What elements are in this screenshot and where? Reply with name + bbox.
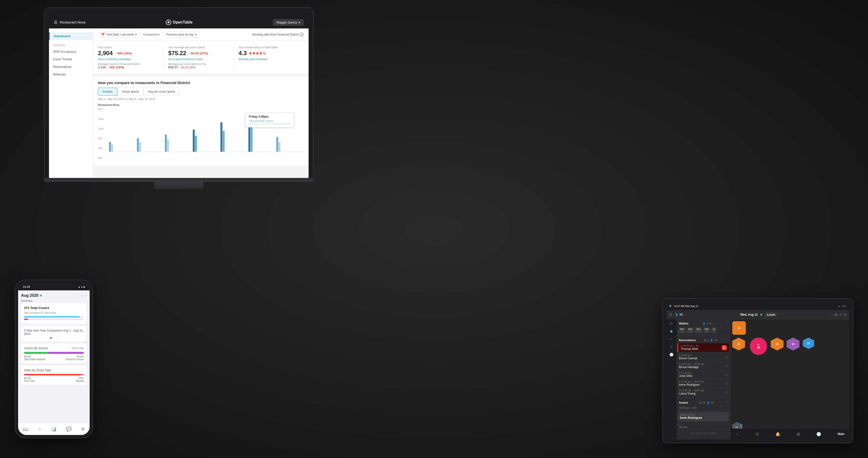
metrics-row: Your covers 2,904 ↑ 486 (19%) Start a ma… — [93, 41, 309, 74]
covers-link[interactable]: Start a marketing campaign — [98, 58, 158, 61]
user-menu[interactable]: Maggie Garcia ▾ — [273, 19, 304, 26]
tablet-bottom-bar: ← ⊡ 🔔 ⊞ 🕐 Main — [731, 429, 849, 439]
waitlist-expand-icon[interactable]: ⌃ — [725, 322, 728, 325]
guest-labels: 94.2% First Time 5.8% Repeat — [24, 377, 84, 382]
tablet-status-right: ▲ 12% — [838, 305, 846, 308]
source-green-bar — [24, 352, 48, 354]
res-june-icon: ◇ — [725, 373, 728, 376]
info-icon[interactable]: ℹ — [300, 33, 304, 36]
table-32[interactable]: ✚ 32 — [750, 338, 767, 355]
menu-icon[interactable]: ☰ — [669, 313, 672, 316]
covers-sub-change: ↑ 200 (14%) — [107, 65, 124, 69]
phone-tab-chat[interactable]: 💬 — [66, 426, 71, 432]
metric-rating-value: 4.3 ★★★★½ — [239, 50, 299, 57]
grid-icon[interactable]: ⊞ — [835, 313, 838, 316]
comparison-pill[interactable]: Previous year by day ▾ — [163, 31, 200, 38]
seated-item[interactable]: 10:36 am – 12m — [677, 405, 730, 411]
date-filter-pill[interactable]: 📅 Visit Date: Last week ▾ — [98, 31, 140, 38]
sidebar-item-cover-trends[interactable]: Cover Trends — [49, 55, 93, 63]
nav-prev-icon[interactable]: ‹ — [685, 313, 686, 316]
table-25[interactable]: 25 — [732, 338, 745, 350]
bar-wed-2 — [167, 140, 169, 152]
sidebar-item-dashboard[interactable]: Dashboard — [49, 32, 93, 40]
bar-sun-2 — [278, 142, 280, 152]
table-15[interactable]: 15 — [732, 321, 746, 335]
sidebar-settings-icon[interactable]: ⚙ — [670, 345, 673, 349]
chart-bar-wed — [165, 134, 192, 152]
res-irene-name: Irene Rodriguez — [679, 383, 704, 387]
tab-guest-spend[interactable]: Guest spend — [117, 88, 143, 96]
table-43-label: 43 — [776, 343, 778, 345]
seated-count1: 29 — [703, 401, 705, 404]
nav-next-icon[interactable]: › — [832, 313, 833, 316]
seated-expand-icon[interactable]: ⌃ — [725, 401, 728, 404]
tablet-search-icon: 🔍 — [669, 305, 672, 308]
seated-count2: 68 — [711, 401, 714, 404]
res-item-bruce-c[interactable]: 2 11:45 am Bruce Cuevas ◇ — [677, 353, 730, 362]
sidebar-clock-icon[interactable]: 🕐 — [670, 353, 674, 357]
restaurant-label: Restaurant Nova — [98, 103, 304, 106]
wait-time-5: 1h 5 — [711, 327, 717, 333]
table-43[interactable]: 43 — [771, 338, 783, 350]
rating-stars: ★★★★½ — [249, 51, 266, 56]
wait-time-val: 45m — [680, 328, 684, 330]
res-item-irene[interactable]: 4 11:45 am – 10:47 am Irene Rodriguez ◇ — [677, 379, 730, 388]
res-item-laura[interactable]: 3 12:00 pm – 10:47 am Laura Young ◇ — [677, 388, 730, 397]
sidebar-list-icon[interactable]: ≡ — [670, 337, 672, 341]
logo-text: OpenTable — [173, 20, 193, 25]
sidebar-item-shift-occupancy[interactable]: Shift Occupancy — [49, 48, 93, 55]
chart-y-labels: 8am 10am 12pm 2pm 4pm 6pm — [98, 108, 104, 162]
metric-rating: Your overall rating on OpenTable 4.3 ★★★… — [234, 46, 304, 69]
source-title: Covers By Source Upcoming — [24, 346, 84, 350]
laptop-stand — [154, 182, 203, 189]
table-c6[interactable]: C6 — [803, 338, 814, 349]
list-icon[interactable]: ≡ — [840, 313, 841, 316]
phone-tab-book[interactable]: 📖 — [23, 426, 28, 432]
phone-nav-next[interactable]: › — [86, 294, 87, 298]
back-icon[interactable]: ← — [735, 432, 739, 436]
res-item-june[interactable]: 6 11:45 am June Ortiz ◇ — [677, 370, 730, 379]
metric-covers-value: 2,904 ↑ 486 (19%) — [98, 50, 158, 57]
res-count1: 6 — [707, 339, 709, 342]
home-icon[interactable]: ⊡ — [755, 432, 759, 436]
app-header-left: ☰ Restaurant Nova — [54, 20, 86, 25]
tablet-status-bar: 🔍 10:47 AM Wed Aug 12 ▲ 12% — [666, 302, 849, 310]
wait-time-4: 45m 4 — [703, 327, 711, 333]
tablet-battery: 12% — [841, 305, 846, 308]
scene: ☰ Restaurant Nova OpenTable Maggie Garci… — [0, 0, 868, 458]
res-item-thomas[interactable]: 4 10:44 am – 4m Thomas Mink 32 — [678, 343, 729, 352]
tablet-wifi-icon: ▲ — [838, 305, 840, 308]
phone-nav: ‹ › — [82, 294, 87, 298]
source-purple-bar — [48, 352, 84, 354]
rating-link[interactable]: Manage guest feedback — [239, 58, 299, 61]
y-label-2pm: 2pm — [98, 137, 104, 140]
phone-tab-star[interactable]: ☆ — [38, 426, 42, 432]
tab-avg-spend[interactable]: Avg per-cover spend — [143, 88, 180, 96]
meal-button[interactable]: Lunch — [765, 312, 778, 317]
seated-section: Seated ⊞ 29 👤 68 ⌃ 10:36 am – 1 — [677, 398, 730, 424]
clock-icon[interactable]: 🕐 — [816, 432, 821, 436]
wait-time-val-3: 45m — [696, 328, 701, 330]
today-highlight[interactable]: Today 11:45 am Irene Rodriguez — [678, 412, 728, 422]
sidebar-plan-icon[interactable]: ◉ — [670, 329, 673, 333]
table-54[interactable]: 54 — [787, 338, 799, 350]
res-expand-icon[interactable]: ⌃ — [725, 338, 728, 342]
bell-icon[interactable]: 🔔 — [775, 432, 780, 436]
waitlist-counts: 👤 0 0 — [703, 322, 711, 325]
phone-tab-chart[interactable]: 📊 — [51, 426, 57, 432]
covers-sub: 346 Finished 25 Upcoming — [24, 311, 84, 314]
sidebar-home-icon[interactable]: ⊞ — [670, 321, 673, 325]
phone-nav-prev[interactable]: ‹ — [82, 294, 83, 298]
tab-covers[interactable]: Covers — [98, 88, 117, 96]
phone-notch-bar: 11:10 ▲ ● ■ — [18, 283, 90, 291]
spend-link[interactable]: Go to guest frequency report — [168, 58, 228, 61]
res-item-bruce-h[interactable]: 5 11:45 am – 10:46 am Bruce Hardage + — [677, 362, 730, 370]
hamburger-icon[interactable]: ☰ — [54, 20, 57, 25]
covers-sub-value: 2,100 ↑ 200 (14%) — [98, 65, 158, 69]
expand-icon[interactable]: ⊡ — [843, 313, 846, 316]
sidebar-item-reservations[interactable]: Reservations — [49, 63, 93, 70]
phone-tab-gear[interactable]: ⚙ — [81, 426, 85, 432]
share-icon[interactable]: ⊞ — [797, 432, 800, 436]
sidebar-item-referrals[interactable]: Referrals — [49, 70, 93, 78]
servers-empty: Your server list is empty — [679, 429, 728, 437]
